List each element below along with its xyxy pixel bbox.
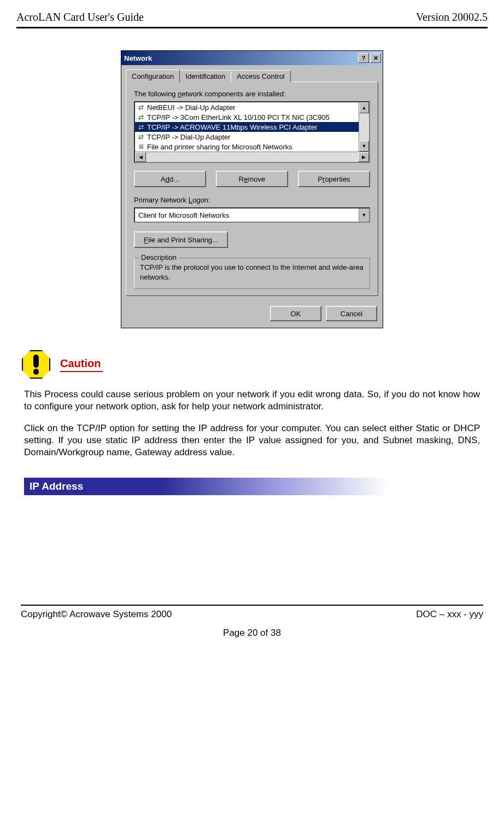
- screenshot-figure: Network ? ✕ Configuration Identification…: [16, 50, 488, 328]
- tab-configuration[interactable]: Configuration: [126, 69, 180, 82]
- close-button[interactable]: ✕: [370, 53, 381, 63]
- protocol-icon: ⇄: [137, 103, 145, 112]
- doc-footer: Copyright© Acrowave Systems 2000 DOC – x…: [16, 606, 488, 620]
- chevron-down-icon[interactable]: ▼: [359, 208, 369, 222]
- scroll-track[interactable]: [359, 113, 369, 141]
- logon-dropdown[interactable]: Client for Microsoft Networks ▼: [134, 207, 370, 223]
- body-paragraph-1: This Process could cause serious problem…: [24, 388, 480, 413]
- file-print-sharing-button[interactable]: File and Print Sharing...: [134, 231, 228, 248]
- footer-right: DOC – xxx - yyy: [416, 609, 483, 620]
- footer-left: Copyright© Acrowave Systems 2000: [21, 609, 172, 620]
- description-group: Description TCP/IP is the protocol you u…: [134, 258, 370, 289]
- protocol-icon: ⇄: [137, 123, 145, 131]
- horizontal-scrollbar[interactable]: ◀ ▶: [135, 152, 369, 162]
- cancel-button[interactable]: Cancel: [326, 306, 377, 321]
- header-right: Version 20002.5: [416, 11, 488, 24]
- scroll-up-icon[interactable]: ▲: [359, 102, 369, 113]
- logon-label: Primary Network Logon:: [134, 196, 370, 204]
- doc-header: AcroLAN Card User's Guide Version 20002.…: [16, 11, 488, 27]
- help-button[interactable]: ?: [358, 53, 369, 63]
- components-label: The following network components are ins…: [134, 90, 370, 98]
- remove-button[interactable]: Remove: [216, 171, 288, 187]
- scroll-track[interactable]: [146, 152, 358, 162]
- description-legend: Description: [139, 253, 179, 262]
- protocol-icon: ⇄: [137, 113, 145, 121]
- tab-panel-configuration: The following network components are ins…: [126, 82, 378, 296]
- tab-identification[interactable]: Identification: [179, 70, 231, 82]
- dialog-titlebar: Network ? ✕: [121, 51, 383, 65]
- ok-button[interactable]: OK: [270, 306, 321, 321]
- page-number: Page 20 of 38: [16, 628, 488, 639]
- vertical-scrollbar[interactable]: ▲ ▼: [359, 102, 369, 152]
- components-listbox[interactable]: ⇄ NetBEUI -> Dial-Up Adapter ⇄ TCP/IP ->…: [134, 101, 370, 163]
- scroll-down-icon[interactable]: ▼: [359, 141, 369, 152]
- caution-icon: [22, 350, 50, 379]
- network-dialog: Network ? ✕ Configuration Identification…: [121, 50, 383, 328]
- header-rule: [16, 27, 488, 28]
- header-left: AcroLAN Card User's Guide: [16, 11, 144, 24]
- scroll-right-icon[interactable]: ▶: [358, 152, 369, 162]
- protocol-icon: ⇄: [137, 132, 145, 141]
- scroll-left-icon[interactable]: ◀: [135, 152, 146, 162]
- list-item[interactable]: ⇄ TCP/IP -> 3Com EtherLink XL 10/100 PCI…: [135, 112, 359, 122]
- body-paragraph-2: Click on the TCP/IP option for setting t…: [24, 422, 480, 459]
- add-button[interactable]: Add...: [134, 171, 206, 187]
- section-heading-ip-address: IP Address: [24, 478, 480, 495]
- caution-callout: Caution: [22, 350, 488, 379]
- properties-button[interactable]: Properties: [298, 171, 370, 187]
- list-item-selected[interactable]: ⇄ TCP/IP -> ACROWAVE 11Mbps Wireless PCI…: [135, 122, 359, 132]
- tab-strip: Configuration Identification Access Cont…: [126, 70, 378, 82]
- caution-label: Caution: [60, 357, 103, 372]
- share-icon: 🖥: [137, 142, 145, 151]
- list-item[interactable]: ⇄ TCP/IP -> Dial-Up Adapter: [135, 132, 359, 142]
- tab-access-control[interactable]: Access Control: [231, 70, 290, 82]
- dialog-title: Network: [123, 54, 357, 62]
- logon-value: Client for Microsoft Networks: [135, 211, 359, 219]
- list-item[interactable]: ⇄ NetBEUI -> Dial-Up Adapter: [135, 102, 359, 112]
- description-text: TCP/IP is the protocol you use to connec…: [140, 263, 364, 282]
- list-item[interactable]: 🖥 File and printer sharing for Microsoft…: [135, 142, 359, 152]
